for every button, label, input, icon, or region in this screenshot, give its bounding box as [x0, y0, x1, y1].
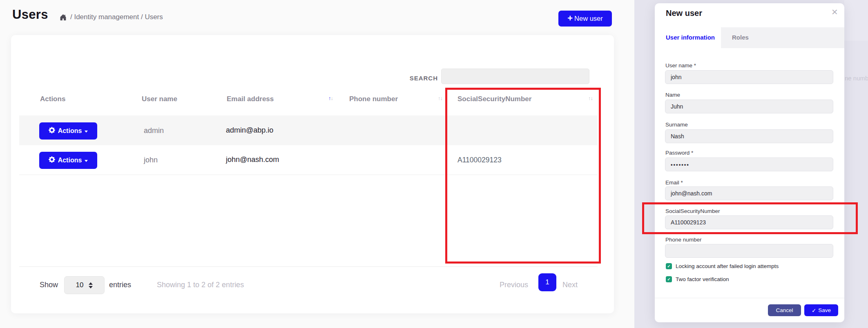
search-label: SEARCH: [381, 71, 438, 86]
column-header-actions: Actions: [40, 95, 65, 103]
two-factor-checkbox[interactable]: ✓ Two factor verification: [666, 276, 729, 282]
password-field[interactable]: [665, 157, 833, 171]
cell-email: admin@abp.io: [226, 126, 273, 135]
gear-icon: [49, 127, 55, 135]
next-page-button[interactable]: Next: [562, 281, 578, 289]
ssn-field[interactable]: [665, 215, 833, 229]
table-row: [19, 115, 598, 145]
breadcrumb-path: / Identity management / Users: [70, 13, 163, 21]
new-user-modal: New user × User information Roles User n…: [655, 3, 844, 322]
tab-user-information[interactable]: User information: [666, 34, 715, 41]
username-field[interactable]: [665, 70, 833, 84]
name-field[interactable]: [665, 100, 833, 113]
checkbox-checked-icon: ✓: [666, 263, 672, 269]
page-title: Users: [12, 7, 48, 22]
caret-down-icon: [85, 160, 88, 162]
plus-icon: +: [567, 14, 573, 23]
username-label: User name *: [665, 62, 696, 69]
save-button[interactable]: ✓ Save: [804, 304, 838, 316]
home-icon: [60, 14, 67, 21]
column-header-ssn[interactable]: SocialSecurityNumber: [457, 95, 531, 103]
users-table-card: SEARCH Actions User name Email address ↑…: [11, 35, 614, 313]
name-label: Name: [665, 92, 680, 98]
previous-page-button[interactable]: Previous: [500, 281, 528, 289]
lockout-checkbox[interactable]: ✓ Locking account after failed login att…: [666, 263, 779, 269]
surname-label: Surname: [665, 122, 688, 128]
entries-label: entries: [109, 281, 131, 289]
stepper-arrows-icon: [89, 282, 93, 288]
ssn-label: SocialSecurityNumber: [665, 208, 720, 214]
gear-icon: [49, 156, 55, 164]
backdrop-ghost-text: ne number: [845, 75, 868, 82]
checkbox-checked-icon: ✓: [666, 276, 672, 282]
modal-tabbar: User information Roles: [655, 27, 844, 48]
pagination-summary: Showing 1 to 2 of 2 entries: [157, 281, 244, 289]
backdrop-band: [844, 0, 868, 41]
close-icon[interactable]: ×: [832, 7, 838, 17]
email-field[interactable]: [665, 186, 833, 200]
caret-down-icon: [85, 131, 88, 133]
cell-email: john@nash.com: [226, 155, 279, 164]
column-header-email[interactable]: Email address: [227, 95, 274, 103]
divider: [19, 266, 598, 267]
sort-icon-phone[interactable]: ↑↓: [438, 95, 443, 101]
row-actions-dropdown[interactable]: Actions: [39, 152, 97, 169]
sort-icon-ssn[interactable]: ↑↓: [588, 95, 593, 101]
row-actions-dropdown[interactable]: Actions: [39, 122, 97, 140]
breadcrumb[interactable]: / Identity management / Users: [60, 13, 163, 21]
column-header-phone[interactable]: Phone number: [349, 95, 398, 103]
current-page-button[interactable]: 1: [538, 273, 556, 291]
table-row: [19, 145, 598, 175]
phone-field[interactable]: [665, 244, 833, 258]
sort-icon-email[interactable]: ↑↓: [328, 95, 333, 101]
page-size-select[interactable]: 10: [64, 276, 105, 294]
cell-ssn: A1100029123: [457, 156, 502, 164]
search-input[interactable]: [441, 69, 589, 84]
cell-username: john: [144, 156, 158, 164]
show-label: Show: [40, 281, 58, 289]
tab-roles[interactable]: Roles: [732, 34, 749, 41]
password-label: Password *: [665, 150, 693, 156]
email-label: Email *: [665, 180, 683, 186]
modal-title: New user: [666, 9, 702, 18]
phone-label: Phone number: [665, 237, 702, 243]
new-user-button[interactable]: + New user: [558, 11, 612, 27]
cell-username: admin: [144, 126, 164, 135]
column-header-username: User name: [142, 95, 177, 103]
check-icon: ✓: [812, 307, 816, 314]
modal-footer: Cancel ✓ Save: [655, 298, 844, 322]
surname-field[interactable]: [665, 129, 833, 143]
cancel-button[interactable]: Cancel: [768, 304, 801, 316]
